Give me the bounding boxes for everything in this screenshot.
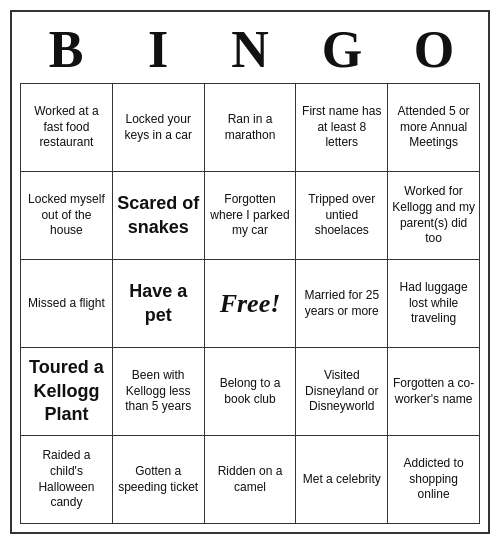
bingo-cell-6[interactable]: Scared of snakes bbox=[113, 172, 205, 260]
bingo-cell-22[interactable]: Ridden on a camel bbox=[205, 436, 297, 524]
bingo-cell-14[interactable]: Had luggage lost while traveling bbox=[388, 260, 480, 348]
bingo-cell-24[interactable]: Addicted to shopping online bbox=[388, 436, 480, 524]
bingo-cell-3[interactable]: First name has at least 8 letters bbox=[296, 84, 388, 172]
bingo-cell-7[interactable]: Forgotten where I parked my car bbox=[205, 172, 297, 260]
bingo-cell-18[interactable]: Visited Disneyland or Disneyworld bbox=[296, 348, 388, 436]
bingo-letter-i: I bbox=[114, 20, 202, 79]
bingo-card: BINGO Worked at a fast food restaurantLo… bbox=[10, 10, 490, 534]
bingo-cell-21[interactable]: Gotten a speeding ticket bbox=[113, 436, 205, 524]
bingo-cell-4[interactable]: Attended 5 or more Annual Meetings bbox=[388, 84, 480, 172]
bingo-letter-n: N bbox=[206, 20, 294, 79]
bingo-cell-17[interactable]: Belong to a book club bbox=[205, 348, 297, 436]
bingo-letter-b: B bbox=[22, 20, 110, 79]
bingo-letter-o: O bbox=[390, 20, 478, 79]
bingo-grid: Worked at a fast food restaurantLocked y… bbox=[20, 83, 480, 524]
bingo-cell-19[interactable]: Forgotten a co-worker's name bbox=[388, 348, 480, 436]
bingo-cell-1[interactable]: Locked your keys in a car bbox=[113, 84, 205, 172]
bingo-header: BINGO bbox=[20, 20, 480, 79]
bingo-letter-g: G bbox=[298, 20, 386, 79]
bingo-cell-23[interactable]: Met a celebrity bbox=[296, 436, 388, 524]
bingo-cell-5[interactable]: Locked myself out of the house bbox=[21, 172, 113, 260]
bingo-cell-2[interactable]: Ran in a marathon bbox=[205, 84, 297, 172]
bingo-cell-13[interactable]: Married for 25 years or more bbox=[296, 260, 388, 348]
bingo-cell-16[interactable]: Been with Kellogg less than 5 years bbox=[113, 348, 205, 436]
bingo-cell-0[interactable]: Worked at a fast food restaurant bbox=[21, 84, 113, 172]
bingo-cell-9[interactable]: Worked for Kellogg and my parent(s) did … bbox=[388, 172, 480, 260]
bingo-cell-15[interactable]: Toured a Kellogg Plant bbox=[21, 348, 113, 436]
bingo-cell-10[interactable]: Missed a flight bbox=[21, 260, 113, 348]
bingo-cell-12[interactable]: Free! bbox=[205, 260, 297, 348]
bingo-cell-8[interactable]: Tripped over untied shoelaces bbox=[296, 172, 388, 260]
bingo-cell-11[interactable]: Have a pet bbox=[113, 260, 205, 348]
bingo-cell-20[interactable]: Raided a child's Halloween candy bbox=[21, 436, 113, 524]
